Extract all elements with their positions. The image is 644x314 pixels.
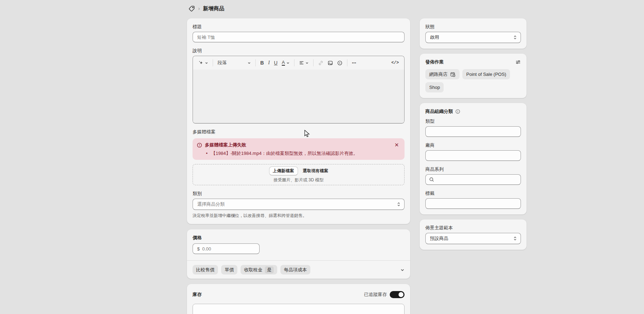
align-left-icon — [299, 60, 304, 65]
price-input[interactable] — [202, 246, 255, 252]
calendar-clock-icon — [450, 72, 456, 77]
pricing-options-row: 比較售價 單價 收取稅金 是 每品項成本 — [187, 260, 410, 279]
organization-card: 商品組織分類 類型 廠商 商品系列 — [420, 103, 527, 215]
insert-video-button[interactable] — [335, 59, 344, 67]
sliders-icon[interactable] — [515, 59, 521, 65]
tags-label: 標籤 — [425, 191, 521, 196]
text-color-button[interactable]: A — [280, 59, 291, 67]
paragraph-style-dropdown[interactable]: 段落 — [216, 58, 253, 67]
charge-tax-value: 是 — [265, 266, 274, 273]
alert-circle-icon — [197, 143, 202, 148]
channel-shop: Shop — [425, 82, 444, 92]
chevron-down-icon — [305, 61, 309, 65]
error-bullet: • — [206, 151, 208, 156]
status-label: 狀態 — [425, 24, 521, 30]
magic-sparkle-icon — [198, 60, 203, 66]
underline-button[interactable]: U — [272, 59, 279, 67]
compare-at-price-chip[interactable]: 比較售價 — [193, 265, 218, 274]
play-circle-icon — [337, 60, 342, 66]
italic-button[interactable]: I — [266, 59, 272, 67]
inventory-card: 庫存 已追蹤庫存 — [187, 284, 410, 314]
bold-button[interactable]: B — [259, 59, 266, 67]
theme-template-select[interactable]: 預設商品 — [425, 233, 521, 244]
products-tag-icon[interactable] — [188, 5, 195, 12]
collections-input[interactable] — [425, 174, 521, 185]
media-label: 多媒體檔案 — [193, 129, 405, 135]
pricing-card: 價格 $ 比較售價 單價 收取稅金 是 每品項成本 — [187, 229, 410, 279]
pricing-title: 價格 — [193, 235, 202, 240]
breadcrumb-separator: › — [198, 6, 200, 11]
track-inventory-toggle[interactable] — [390, 291, 405, 298]
info-icon[interactable] — [455, 109, 460, 114]
ai-magic-button[interactable] — [196, 59, 210, 67]
insert-link-button — [316, 59, 325, 67]
link-icon — [318, 60, 323, 66]
category-select[interactable]: 選擇商品分類 — [193, 199, 405, 210]
currency-prefix: $ — [197, 246, 200, 252]
image-icon — [328, 60, 333, 66]
more-options-button[interactable]: ⋯ — [350, 59, 359, 67]
status-select[interactable]: 啟用 — [425, 32, 521, 43]
inventory-title: 庫存 — [193, 292, 202, 297]
updown-chevron-icon — [397, 202, 401, 207]
chevron-down-icon — [286, 61, 290, 65]
chevron-down-icon — [248, 61, 251, 65]
editor-toolbar: 段落 B I U A — [193, 56, 404, 70]
description-label: 說明 — [193, 48, 405, 54]
category-label: 類別 — [193, 191, 405, 197]
breadcrumb: › 新增商品 — [188, 4, 224, 13]
status-card: 狀態 啟用 — [420, 18, 527, 49]
charge-tax-chip[interactable]: 收取稅金 是 — [241, 265, 277, 274]
updown-chevron-icon — [513, 35, 517, 40]
description-editor: 段落 B I U A — [193, 56, 405, 123]
channel-online-store: 網路商店 — [425, 69, 460, 79]
insert-image-button[interactable] — [326, 59, 335, 67]
title-input[interactable] — [193, 32, 405, 42]
add-product-page: › 新增商品 標題 說明 段 — [0, 0, 644, 314]
close-icon[interactable]: ✕ — [393, 142, 400, 148]
publishing-title: 發佈作業 — [425, 59, 515, 65]
theme-template-label: 佈景主題範本 — [425, 225, 521, 231]
type-label: 類型 — [425, 119, 521, 124]
category-helper: 決定稅率並新增中繼欄位，以改善搜尋、篩選和跨管道銷售。 — [193, 213, 405, 218]
upload-new-file-button[interactable]: 上傳新檔案 — [269, 167, 298, 175]
chevron-down-icon — [205, 61, 208, 65]
title-label: 標題 — [193, 24, 405, 30]
collections-label: 商品系列 — [425, 167, 521, 172]
organization-title: 商品組織分類 — [425, 109, 453, 114]
inventory-field-partial[interactable] — [193, 304, 405, 314]
select-existing-file-button[interactable]: 選取現有檔案 — [303, 168, 328, 174]
unit-price-chip[interactable]: 單價 — [221, 265, 237, 274]
media-upload-error-banner: 多媒體檔案上傳失敗 ✕ • 【1984】-關於1984.mp4：由於檔案類型無效… — [193, 138, 405, 160]
track-inventory-label: 已追蹤庫存 — [364, 291, 387, 298]
vendor-input[interactable] — [425, 150, 521, 161]
vendor-label: 廠商 — [425, 143, 521, 148]
channel-pos: Point of Sale (POS) — [462, 69, 510, 79]
tags-input[interactable] — [425, 198, 521, 209]
dropzone-hint: 接受圖片、影片或 3D 模型 — [273, 177, 323, 183]
collapse-chevron-icon[interactable] — [400, 268, 405, 272]
updown-chevron-icon — [513, 236, 517, 241]
page-title: 新增商品 — [203, 5, 224, 12]
alignment-button[interactable] — [297, 59, 310, 67]
type-input[interactable] — [425, 126, 521, 137]
cost-per-item-chip[interactable]: 每品項成本 — [280, 265, 310, 274]
error-detail: 【1984】-關於1984.mp4：由於檔案類型無效，所以無法確認影片有效。 — [211, 151, 358, 156]
publishing-card: 發佈作業 網路商店 — [420, 54, 527, 98]
product-details-card: 標題 說明 段落 — [187, 18, 410, 224]
price-input-box[interactable]: $ — [193, 243, 260, 254]
theme-template-card: 佈景主題範本 預設商品 — [420, 219, 527, 250]
media-dropzone[interactable]: 上傳新檔案 選取現有檔案 接受圖片、影片或 3D 模型 — [193, 164, 405, 185]
description-textarea[interactable] — [193, 70, 404, 123]
code-view-button[interactable]: </> — [389, 59, 401, 67]
error-title: 多媒體檔案上傳失敗 — [205, 142, 390, 148]
search-icon — [429, 177, 435, 182]
